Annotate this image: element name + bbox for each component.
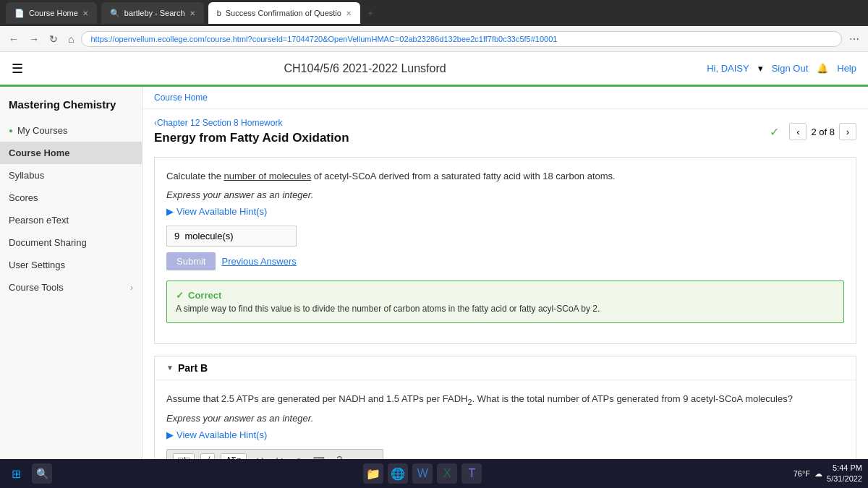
forward-button[interactable]: → [26, 30, 42, 48]
hint-arrow-icon: ▶ [166, 206, 174, 217]
tab-bartleby[interactable]: 🔍 bartleby - Search ✕ [101, 2, 204, 24]
browser-nav: ← → ↻ ⌂ ⋯ [0, 26, 868, 52]
next-question-button[interactable]: › [839, 123, 856, 140]
extensions-button[interactable]: ⋯ [846, 30, 862, 48]
sidebar-item-course-tools[interactable]: Course Tools › [0, 276, 142, 299]
taskbar-search-button[interactable]: 🔍 [32, 463, 52, 484]
taskbar-teams[interactable]: T [461, 463, 482, 484]
hamburger-icon[interactable]: ☰ [12, 61, 23, 77]
help-link[interactable]: Help [837, 63, 856, 74]
word-icon: W [417, 467, 428, 480]
question-title: Energy from Fatty Acid Oxidation [154, 131, 349, 145]
refresh-button[interactable]: ↻ [46, 30, 61, 48]
part-b-section: ▼ Part B Assume that 2.5 ATPs are genera… [154, 356, 856, 460]
back-chapter-link[interactable]: ‹Chapter 12 Section 8 Homework [154, 118, 349, 128]
tab-close-bartleby[interactable]: ✕ [190, 9, 195, 17]
part-a-answer-row [166, 226, 844, 247]
sidebar-item-my-courses[interactable]: ● My Courses [0, 119, 142, 142]
pagination-label: 2 of 8 [811, 127, 835, 137]
windows-start-button[interactable]: ⊞ [6, 463, 26, 484]
sidebar-item-document-sharing[interactable]: Document Sharing [0, 231, 142, 254]
sidebar-item-pearson-etext[interactable]: Pearson eText [0, 209, 142, 231]
math-sqrt-button[interactable]: √ [200, 453, 215, 459]
address-bar[interactable] [81, 31, 842, 47]
math-circle-button[interactable]: ○ [293, 453, 305, 459]
header-right: Hi, DAISY ▾ Sign Out 🔔 Help [707, 63, 856, 74]
new-tab-button[interactable]: + [365, 4, 376, 22]
checkmark-icon: ✓ [770, 125, 779, 139]
taskbar-excel[interactable]: X [437, 463, 457, 484]
math-toolbar: □/□ √ ΑΣφ ↩ ↪ ○ ⌨ ? [166, 449, 383, 459]
check-icon: ✓ [176, 290, 184, 301]
back-button[interactable]: ← [6, 30, 22, 48]
part-b-header: ▼ Part B [155, 356, 856, 380]
math-help-button[interactable]: ? [333, 453, 345, 459]
windows-logo-icon: ⊞ [12, 467, 21, 481]
math-undo-button[interactable]: ↩ [252, 453, 267, 459]
part-a-submit-button[interactable]: Submit [166, 252, 216, 270]
triangle-down-icon: ▼ [166, 364, 174, 372]
page-header: ☰ CH104/5/6 2021-2022 Lunsford Hi, DAISY… [0, 52, 868, 87]
content-area: Course Home ‹Chapter 12 Section 8 Homewo… [142, 87, 868, 459]
part-b-content: Assume that 2.5 ATPs are generated per N… [155, 380, 856, 460]
tab-icon: 🔍 [110, 9, 120, 18]
main-layout: Mastering Chemistry ● My Courses Course … [0, 87, 868, 459]
teams-icon: T [468, 467, 475, 480]
part-a-answer-input[interactable] [166, 226, 297, 247]
title-row: ‹Chapter 12 Section 8 Homework Energy fr… [154, 118, 856, 145]
part-a-prev-answers-button[interactable]: Previous Answers [221, 256, 296, 267]
weather-temp: 76°F [793, 469, 810, 478]
math-kbd-button[interactable]: ⌨ [310, 454, 328, 459]
part-a-underline: number of molecules [224, 171, 312, 181]
dot-icon: ● [9, 127, 13, 134]
weather-icon: ☁ [814, 469, 822, 479]
browser-chrome: 📄 Course Home ✕ 🔍 bartleby - Search ✕ b … [0, 0, 868, 26]
correct-description: A simple way to find this value is to di… [176, 304, 835, 314]
part-a-hint-link[interactable]: ▶ View Available Hint(s) [166, 206, 844, 217]
sidebar-item-user-settings[interactable]: User Settings [0, 254, 142, 276]
current-time: 5:44 PM [827, 463, 862, 474]
correct-box: ✓ Correct A simple way to find this valu… [166, 281, 844, 323]
breadcrumb: Course Home [142, 87, 868, 109]
part-a-section: Calculate the number of molecules of ace… [154, 157, 856, 344]
tab-close-course-home[interactable]: ✕ [82, 9, 88, 17]
tab-icon: 📄 [14, 9, 25, 18]
home-button[interactable]: ⌂ [65, 30, 77, 48]
edge-icon: 🌐 [391, 467, 405, 481]
sidebar-item-course-home[interactable]: Course Home [0, 142, 142, 164]
tab-close-success[interactable]: ✕ [346, 9, 352, 17]
taskbar-edge[interactable]: 🌐 [388, 463, 408, 484]
taskbar-file-explorer[interactable]: 📁 [363, 463, 383, 484]
sidebar: Mastering Chemistry ● My Courses Course … [0, 87, 142, 459]
excel-icon: X [443, 467, 451, 480]
time-block: 5:44 PM 5/31/2022 [827, 463, 862, 485]
taskbar-left: ⊞ 🔍 [6, 463, 52, 484]
file-explorer-icon: 📁 [366, 467, 380, 481]
hi-user[interactable]: Hi, DAISY [707, 63, 749, 74]
content-inner: ‹Chapter 12 Section 8 Homework Energy fr… [142, 109, 868, 459]
math-redo-button[interactable]: ↪ [273, 453, 287, 459]
tab-success[interactable]: b Success Confirmation of Questio ✕ [208, 2, 360, 24]
tab-icon: b [217, 9, 221, 17]
sidebar-item-scores[interactable]: Scores [0, 187, 142, 209]
sidebar-item-syllabus[interactable]: Syllabus [0, 164, 142, 187]
bell-icon[interactable]: 🔔 [817, 63, 828, 74]
taskbar: ⊞ 🔍 📁 🌐 W X T 76°F ☁ 5:44 PM 5/31/2022 [0, 459, 868, 488]
math-fraction-button[interactable]: □/□ [173, 453, 195, 459]
sign-out-link[interactable]: Sign Out [772, 63, 809, 74]
part-b-hint-link[interactable]: ▶ View Available Hint(s) [166, 429, 844, 440]
part-b-question: Assume that 2.5 ATPs are generated per N… [166, 392, 844, 408]
tab-course-home[interactable]: 📄 Course Home ✕ [6, 2, 97, 24]
part-b-title: Part B [178, 362, 208, 374]
taskbar-center: 📁 🌐 W X T [363, 463, 482, 484]
breadcrumb-link[interactable]: Course Home [154, 93, 208, 103]
current-date: 5/31/2022 [827, 474, 862, 484]
taskbar-search-icon: 🔍 [36, 468, 48, 479]
prev-question-button[interactable]: ‹ [789, 123, 807, 140]
taskbar-word[interactable]: W [412, 463, 433, 484]
hint-b-arrow-icon: ▶ [166, 429, 174, 440]
header-chevron[interactable]: ▾ [758, 63, 763, 74]
part-a-question: Calculate the number of molecules of ace… [166, 169, 844, 184]
part-a-express: Express your answer as an integer. [166, 189, 844, 200]
math-symbol-button[interactable]: ΑΣφ [221, 453, 246, 459]
